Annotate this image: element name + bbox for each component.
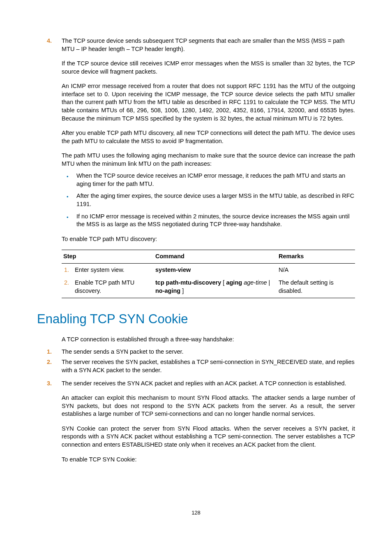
cmd-part: aging [226,279,242,286]
row-number: 1. [62,263,73,276]
page-number: 128 [0,509,392,517]
table-header-step: Step [62,250,154,264]
cmd-part: age-time [242,279,267,286]
table-row: 2. Enable TCP path MTU discovery. tcp pa… [62,276,355,298]
steps-table: Step Command Remarks 1. Enter system vie… [62,250,355,298]
list-item: When the TCP source device receives an I… [62,172,355,188]
paragraph: After you enable TCP path MTU discovery,… [62,129,355,145]
bullet-text: If no ICMP error message is received wit… [76,213,350,228]
table-header-remarks: Remarks [277,250,355,264]
remarks-cell: The default setting is disabled. [277,276,355,298]
paragraph: A TCP connection is established through … [62,336,355,344]
list-text: The sender sends a SYN packet to the ser… [62,348,184,355]
step-desc: Enable TCP path MTU discovery. [73,276,154,298]
list-item: 4. The TCP source device sends subsequen… [62,37,355,53]
list-text: The TCP source device sends subsequent T… [62,37,344,52]
cmd-part: | [267,279,270,286]
step-desc: Enter system view. [73,263,154,276]
cmd-part: ] [180,287,184,294]
paragraph: If the TCP source device still receives … [62,60,355,76]
cmd-part: no-aging [155,287,180,294]
table-row: 1. Enter system view. system-view N/A [62,263,355,276]
table-header-command: Command [154,250,277,264]
list-text: The sender receives the SYN ACK packet a… [62,380,346,387]
paragraph: SYN Cookie can protect the server from S… [62,425,355,449]
list-number: 1. [47,348,52,356]
list-text: The server receives the SYN packet, esta… [62,359,355,373]
paragraph: An ICMP error message received from a ro… [62,82,355,123]
paragraph: An attacker can exploit this mechanism t… [62,394,355,418]
cmd-part: [ [221,279,226,286]
list-item: 2. The server receives the SYN packet, e… [62,358,355,374]
list-item: If no ICMP error message is received wit… [62,213,355,229]
list-item: 3. The sender receives the SYN ACK packe… [62,380,355,388]
paragraph: To enable TCP SYN Cookie: [62,456,355,464]
command-text: system-view [155,266,191,273]
paragraph: To enable TCP path MTU discovery: [62,235,355,243]
list-number: 2. [47,358,52,366]
numbered-list-top: 4. The TCP source device sends subsequen… [62,37,355,53]
list-item: After the aging timer expires, the sourc… [62,192,355,208]
list-number: 3. [47,380,52,388]
row-number: 2. [62,276,73,298]
list-number: 4. [47,37,52,45]
numbered-list: 1. The sender sends a SYN packet to the … [62,348,355,387]
list-item: 1. The sender sends a SYN packet to the … [62,348,355,356]
section-heading: Enabling TCP SYN Cookie [37,311,355,328]
bullet-text: When the TCP source device receives an I… [76,172,345,187]
paragraph: The path MTU uses the following aging me… [62,152,355,168]
bullet-text: After the aging timer expires, the sourc… [76,192,354,207]
remarks-cell: N/A [277,263,355,276]
command-cell: system-view [154,263,277,276]
command-cell: tcp path-mtu-discovery [ aging age-time … [154,276,277,298]
bullet-list: When the TCP source device receives an I… [62,172,355,228]
cmd-part: tcp path-mtu-discovery [155,279,221,286]
